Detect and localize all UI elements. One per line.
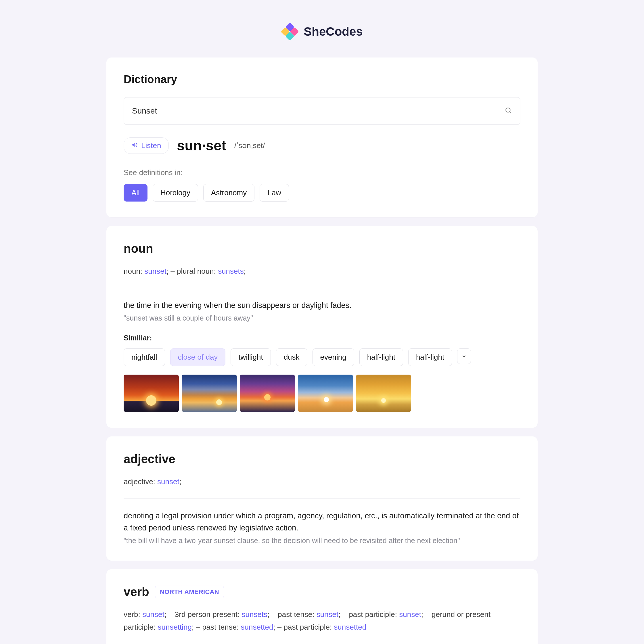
phonetic: /ˈsənˌset/ — [234, 141, 265, 150]
similar-chip[interactable]: dusk — [276, 348, 307, 366]
category-chip-law[interactable]: Law — [260, 184, 289, 202]
hyphenation: sun·set — [177, 138, 226, 154]
adjective-card: adjective adjective: sunset; denoting a … — [106, 436, 538, 561]
adjective-title: adjective — [124, 452, 520, 466]
category-chip-horology[interactable]: Horology — [153, 184, 198, 202]
expand-similar-button[interactable] — [457, 348, 471, 364]
adjective-definition: denoting a legal provision under which a… — [124, 510, 520, 534]
sunset-image-5[interactable] — [356, 375, 411, 412]
similar-chip[interactable]: nightfall — [124, 348, 165, 366]
search-card: Dictionary Listen sun·set /ˈsənˌs — [106, 57, 538, 217]
noun-forms: noun: sunset; – plural noun: sunsets; — [124, 265, 520, 277]
noun-card: noun noun: sunset; – plural noun: sunset… — [106, 226, 538, 428]
adjective-forms: adjective: sunset; — [124, 475, 520, 488]
page-title: Dictionary — [124, 73, 520, 86]
chevron-down-icon — [461, 354, 467, 359]
brand-name: SheCodes — [304, 25, 363, 39]
sunset-image-2[interactable] — [182, 375, 237, 412]
adjective-example: "the bill will have a two-year sunset cl… — [124, 536, 520, 545]
image-thumbnails — [124, 375, 520, 412]
sunset-image-4[interactable] — [298, 375, 353, 412]
similar-chip[interactable]: evening — [313, 348, 354, 366]
search-bar — [124, 97, 520, 125]
search-icon[interactable] — [505, 107, 512, 115]
similar-chip[interactable]: close of day — [170, 348, 226, 366]
category-chip-all[interactable]: All — [124, 184, 147, 202]
similar-chip[interactable]: twillight — [231, 348, 271, 366]
speaker-icon — [131, 141, 138, 150]
listen-button[interactable]: Listen — [124, 137, 169, 154]
svg-point-4 — [506, 108, 510, 112]
verb-forms: verb: sunset; – 3rd person present: suns… — [124, 608, 520, 633]
search-input[interactable] — [132, 106, 505, 116]
similar-chip[interactable]: half-light — [359, 348, 403, 366]
similar-chip[interactable]: half-light — [408, 348, 452, 366]
category-chip-astronomy[interactable]: Astronomy — [203, 184, 254, 202]
definitions-in-label: See definitions in: — [124, 168, 520, 177]
svg-line-5 — [510, 112, 511, 113]
listen-label: Listen — [141, 141, 161, 150]
region-badge: NORTH AMERICAN — [155, 586, 224, 598]
category-chip-row: AllHorologyAstronomyLaw — [124, 184, 520, 202]
similar-label: Similiar: — [124, 334, 520, 342]
verb-card: verb NORTH AMERICAN verb: sunset; – 3rd … — [106, 569, 538, 644]
noun-title: noun — [124, 242, 520, 256]
brand-header: SheCodes — [0, 23, 644, 40]
verb-title: verb — [124, 585, 149, 599]
sunset-image-3[interactable] — [240, 375, 295, 412]
noun-example: "sunset was still a couple of hours away… — [124, 314, 520, 322]
sunset-image-1[interactable] — [124, 375, 179, 412]
similar-chip-row: nightfallclose of daytwillightduskevenin… — [124, 348, 520, 366]
noun-definition: the time in the evening when the sun dis… — [124, 300, 520, 312]
shecodes-logo-icon — [281, 23, 298, 40]
